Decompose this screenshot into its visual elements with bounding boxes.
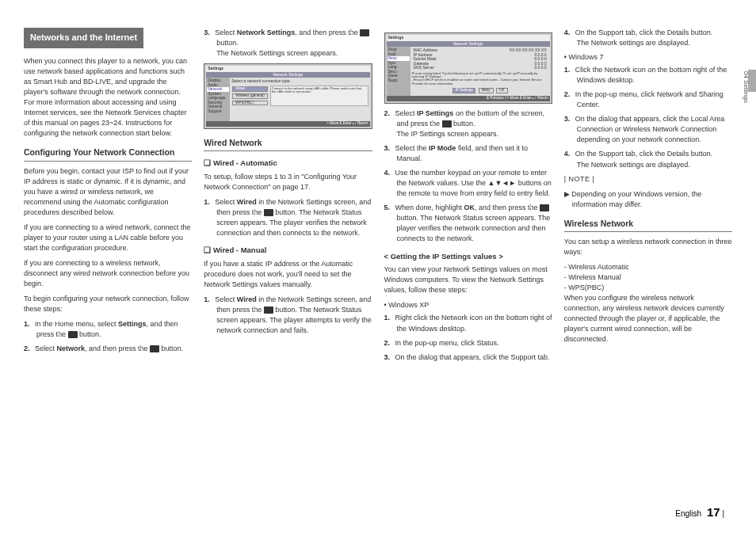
fig-button: Wireless (general) [232,93,268,99]
list-item: 1.Click the Network icon on the bottom r… [564,65,732,86]
list-item: - Wireless Automatic [564,262,732,272]
fig-side-menu: Displ Audi Netw Syst Lang Secu Gene Supp [387,47,410,96]
step-text: Right click the Network icon on the bott… [395,314,552,332]
step-text: On the Support tab, click the Details bu… [575,150,713,158]
page-footer: English 17 | [675,505,724,519]
list-item: 1.Right click the Network icon on the bo… [384,313,552,333]
list-item: 1.In the Home menu, select Settings, and… [24,319,192,340]
steps-list-1: 1.In the Home menu, select Settings, and… [24,319,192,354]
enter-icon [360,29,369,36]
fig-footer: > Move E Enter ⮐ Return [206,121,369,127]
enter-icon [150,345,159,352]
list-item: 2.Select IP Settings on the bottom of th… [384,109,552,139]
os-name: Windows 7 [568,53,603,61]
figure-network-settings-1: Settings Network Settings Display Audio … [204,63,372,129]
list-item: 4.On the Support tab, click the Details … [564,28,732,48]
column-1: Networks and the Internet When you conne… [24,28,192,491]
way-text: Wireless Automatic [568,263,629,271]
step-text: Select [215,198,237,206]
column-2: 3.Select Network Settings, and then pres… [204,28,372,491]
step-bold: Network Settings [237,29,296,36]
footer-language: English [675,509,701,518]
list-item: 2.Select Network, and then press the but… [24,344,192,354]
fig-button: Retry [479,88,494,93]
step-text: The Network Settings screen appears. [216,49,338,57]
p-wireless-warn: When you configure the wireless network … [564,293,732,345]
p-static-ip: If you have a static IP address or the A… [204,259,372,290]
p-wireless-setup: You can setup a wireless network connect… [564,237,732,257]
step-text: button. [78,330,101,338]
enter-icon [540,204,549,211]
step-text: Select [395,109,418,117]
step-text: Use the number keypad on your remote to … [395,169,552,197]
step-text: button. The Network Status screen appear… [397,214,551,242]
steps-ip: 2.Select IP Settings on the bottom of th… [384,109,552,245]
subhead-configuring: Configuring Your Network Connection [24,147,192,161]
steps-xp-cont: 4.On the Support tab, click the Details … [564,28,732,48]
list-item: 2.In the pop-up menu, click Network and … [564,89,732,110]
subhead-ip-values: < Getting the IP Settings values > [384,251,552,262]
subhead-wired-auto: ❑ Wired - Automatic [204,158,372,169]
list-item: 5.When done, highlight OK, and then pres… [384,203,552,244]
list-item: 3.On the dialog that appears, click the … [564,114,732,145]
list-item: 1.Select Wired in the Network Settings s… [204,295,372,336]
fig-text: Select a network connection type. [231,79,368,84]
page-columns: Networks and the Internet When you conne… [24,28,732,491]
fig-content: MAC AddressXX:XX:XX:XX:XX:XX IP Address0… [410,47,550,96]
step-text: button. [159,345,183,352]
fig-content: Select a network connection type. Wired … [230,78,369,121]
fig-window-title: Settings [387,35,550,41]
p-isp: Before you begin, contact your ISP to fi… [24,166,192,218]
subhead-wireless-network: Wireless Network [564,218,732,232]
fig-footer: E Previous <> Move E Enter ⮐ Return [387,96,550,101]
side-tab: 04 Settings [743,71,750,103]
step-text: Select [215,29,237,36]
fig-button: WPS(PBC) [232,101,268,106]
enter-icon [264,306,273,314]
fig-header: Network Settings [206,72,369,78]
step-bold: Wired [237,295,257,303]
step-bold: OK [464,204,475,211]
step-text: The Network settings are displayed. [577,161,690,169]
enter-icon [264,209,273,216]
note-text: Depending on your Windows version, the i… [571,190,701,208]
step-text: Select [35,345,57,352]
p-view-settings: You can view your Network Settings value… [384,265,552,295]
column-3: Settings Network Settings Displ Audi Net… [384,28,552,491]
subhead-wired-manual: ❑ Wired - Manual [204,245,372,256]
way-text: WPS(PBC) [568,284,604,291]
step-bold: Wired [237,198,257,206]
step-bold: IP Mode [429,144,456,152]
p-wired-note: If you are connecting to a wired network… [24,223,192,253]
step-text: button. [452,120,475,128]
list-item: - WPS(PBC) [564,283,732,293]
list-item: 2.In the pop-up menu, click Status. [384,338,552,348]
fig-button: OK [496,88,508,93]
step-text: In the Home menu, select [35,320,118,328]
os-list: • Windows XP [384,300,552,310]
os-name: Windows XP [388,301,429,309]
step-text: Select [215,295,237,303]
fig-header: Network Settings [387,41,550,48]
step-text: On the dialog that appears, click the Su… [395,353,550,361]
column-4: 4.On the Support tab, click the Details … [564,28,732,491]
steps-xp: 1.Right click the Network icon on the bo… [384,313,552,362]
step-text: button. [216,39,239,47]
fig-msg2: - Ensure DHCP server is enabled on route… [412,78,548,86]
note-list: ▶ Depending on your Windows version, the… [564,189,732,210]
p-wireless-note: If you are connecting to a wireless netw… [24,258,192,289]
note-item: ▶ Depending on your Windows version, the… [564,189,732,210]
note-label: | NOTE | [564,174,732,185]
steps-list-2: 3.Select Network Settings, and then pres… [204,28,372,59]
step-bold: IP Settings [417,109,453,117]
step-bold: Network [57,345,86,352]
list-item: • Windows XP [384,300,552,310]
fig-menu-item: Supp [388,78,410,83]
list-item: • Windows 7 [564,52,732,63]
list-item: 4.On the Support tab, click the Details … [564,149,732,169]
steps-manual: 1.Select Wired in the Network Settings s… [204,295,372,336]
fig-menu-item: Support [207,109,229,114]
fig-button: IP Settings [452,88,476,93]
figure-network-settings-2: Settings Network Settings Displ Audi Net… [384,32,552,104]
step-text: The IP Settings screen appears. [397,130,498,138]
